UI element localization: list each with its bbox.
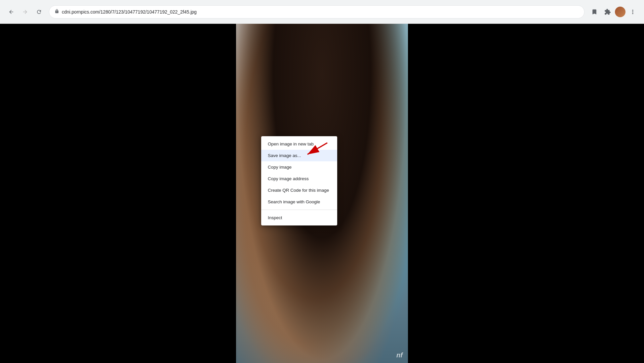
extensions-button[interactable] <box>602 6 614 18</box>
address-bar[interactable]: cdni.pornpics.com/1280/7/123/10477192/10… <box>49 5 584 19</box>
forward-button[interactable] <box>19 6 31 18</box>
context-menu-copy-image[interactable]: Copy image <box>261 161 337 173</box>
nav-buttons <box>5 6 45 18</box>
context-menu-inspect[interactable]: Inspect <box>261 212 337 223</box>
chrome-menu-button[interactable] <box>627 6 639 18</box>
context-menu-divider <box>261 210 337 210</box>
context-menu-copy-image-address[interactable]: Copy image address <box>261 173 337 184</box>
url-text: cdni.pornpics.com/1280/7/123/10477192/10… <box>62 9 579 15</box>
content-area: nf Open image in new tab Save image as..… <box>0 24 644 363</box>
reload-button[interactable] <box>33 6 45 18</box>
browser-chrome: cdni.pornpics.com/1280/7/123/10477192/10… <box>0 0 644 24</box>
profile-avatar[interactable] <box>615 7 625 17</box>
context-menu-search-image-google[interactable]: Search image with Google <box>261 196 337 208</box>
context-menu-save-image-as[interactable]: Save image as... <box>261 150 337 161</box>
back-button[interactable] <box>5 6 17 18</box>
browser-actions <box>588 6 639 18</box>
context-menu-open-new-tab[interactable]: Open image in new tab <box>261 138 337 150</box>
context-menu-create-qr-code[interactable]: Create QR Code for this image <box>261 184 337 196</box>
watermark: nf <box>396 351 403 359</box>
security-icon <box>55 9 59 15</box>
context-menu: Open image in new tab Save image as... C… <box>261 136 337 225</box>
bookmark-button[interactable] <box>588 6 600 18</box>
